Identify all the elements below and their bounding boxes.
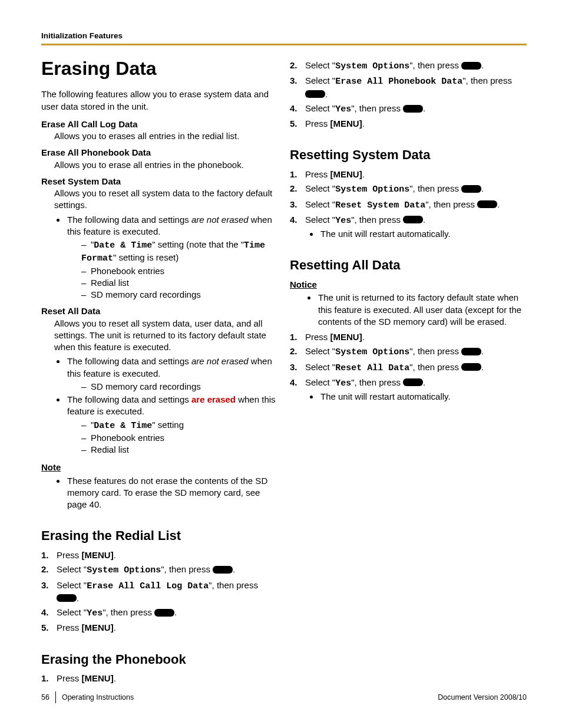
dash-list: "Date & Time" setting (note that the "Ti… [81,239,278,301]
dash-item: SD memory card recordings [81,381,278,393]
step: Select "Yes", then press . [290,103,527,116]
dash-item: "Date & Time" setting [81,419,278,432]
def-phonebook-head: Erase All Phonebook Data [41,147,278,159]
step: Press [MENU]. [290,118,527,130]
def-phonebook-body: Allows you to erase all entries in the p… [54,159,278,171]
header-rule [41,44,527,45]
softkey-icon [213,566,233,574]
softkey-icon [403,216,423,223]
step: Select "Yes", then press . [41,607,278,620]
page: Initialization Features Erasing Data The… [0,0,562,717]
left-column: Erasing Data The following features allo… [41,56,278,687]
page-header: Initialization Features [41,31,527,41]
dash-list: "Date & Time" setting Phonebook entries … [81,419,278,456]
step: Select "Reset All Data", then press . [290,361,527,374]
resetall-bullets: The following data and settings are not … [66,355,278,456]
section-resetsys-title: Resetting System Data [290,146,527,164]
footer: 56 Operating Instructions Document Versi… [41,691,527,703]
dash-item: Phonebook entries [81,265,278,277]
def-calllog-head: Erase All Call Log Data [41,118,278,130]
note-label: Note [41,462,278,473]
note-bullets: These features do not erase the contents… [66,475,278,511]
softkey-icon [403,378,423,386]
def-resetsystem-head: Reset System Data [41,176,278,187]
step: Press [MENU]. [41,673,278,684]
step: Press [MENU]. [41,549,278,561]
bullet-item: The following data and settings are not … [66,355,278,393]
page-number: 56 [41,693,49,703]
step: Press [MENU]. [290,331,527,343]
right-column: Select "System Options", then press . Se… [290,56,527,687]
substep-bullets: The unit will restart automatically. [319,228,527,240]
step: Select "Yes", then press . The unit will… [290,377,527,403]
columns: Erasing Data The following features allo… [41,56,527,687]
def-resetall-body: Allows you to reset all system data, use… [54,318,278,354]
softkey-icon [461,185,481,193]
def-resetsystem-body: Allows you to reset all system data to t… [54,187,278,212]
phonebook-steps: Press [MENU]. [41,673,278,684]
substep: The unit will restart automatically. [319,228,527,240]
resetsystem-bullets: The following data and settings are not … [66,214,278,301]
footer-separator [55,691,56,703]
substep-bullets: The unit will restart automatically. [319,391,527,403]
section-phonebook-title: Erasing the Phonebook [41,651,278,668]
dash-item: "Date & Time" setting (note that the "Ti… [81,239,278,265]
phonebook-steps-cont: Select "System Options", then press . Se… [290,60,527,130]
softkey-icon [477,200,497,208]
note-text: These features do not erase the contents… [66,475,278,511]
softkey-icon [461,348,481,355]
softkey-icon [305,90,325,98]
resetsys-steps: Press [MENU]. Select "System Options", t… [290,169,527,240]
footer-version: Document Version 2008/10 [438,693,527,703]
dash-item: Phonebook entries [81,432,278,444]
step: Select "Yes", then press . The unit will… [290,214,527,241]
dash-list: SD memory card recordings [81,381,278,393]
notice-block: Notice The unit is returned to its facto… [290,279,527,328]
page-title: Erasing Data [41,56,278,81]
step: Select "System Options", then press . [290,345,527,358]
step: Select "Erase All Call Log Data", then p… [41,579,278,605]
bullet-item: The following data and settings are not … [66,214,278,301]
notice-label: Notice [290,279,527,291]
intro-text: The following features allow you to eras… [41,88,278,113]
step: Select "System Options", then press . [290,60,527,73]
step: Press [MENU]. [290,169,527,180]
section-redial-title: Erasing the Redial List [41,527,278,545]
def-resetall-head: Reset All Data [41,305,278,317]
softkey-icon [154,609,174,617]
softkey-icon [403,105,423,113]
softkey-icon [57,594,77,602]
redial-steps: Press [MENU]. Select "System Options", t… [41,549,278,634]
footer-doc: Operating Instructions [62,693,134,703]
section-resetall-title: Resetting All Data [290,256,527,274]
footer-left: 56 Operating Instructions [41,691,134,703]
step: Select "System Options", then press . [290,183,527,196]
dash-item: SD memory card recordings [81,289,278,301]
step: Select "System Options", then press . [41,564,278,577]
dash-item: Redial list [81,444,278,456]
softkey-icon [461,62,481,70]
step: Select "Reset System Data", then press . [290,199,527,212]
substep: The unit will restart automatically. [319,391,527,403]
dash-item: Redial list [81,277,278,289]
def-calllog-body: Allows you to erases all entries in the … [54,130,278,142]
notice-text: The unit is returned to its factory defa… [317,292,527,328]
softkey-icon [461,363,481,371]
resetall-steps: Press [MENU]. Select "System Options", t… [290,331,527,403]
notice-bullets: The unit is returned to its factory defa… [317,292,527,328]
step: Select "Erase All Phonebook Data", then … [290,75,527,100]
step: Press [MENU]. [41,622,278,634]
bullet-item: The following data and settings are eras… [66,394,278,456]
